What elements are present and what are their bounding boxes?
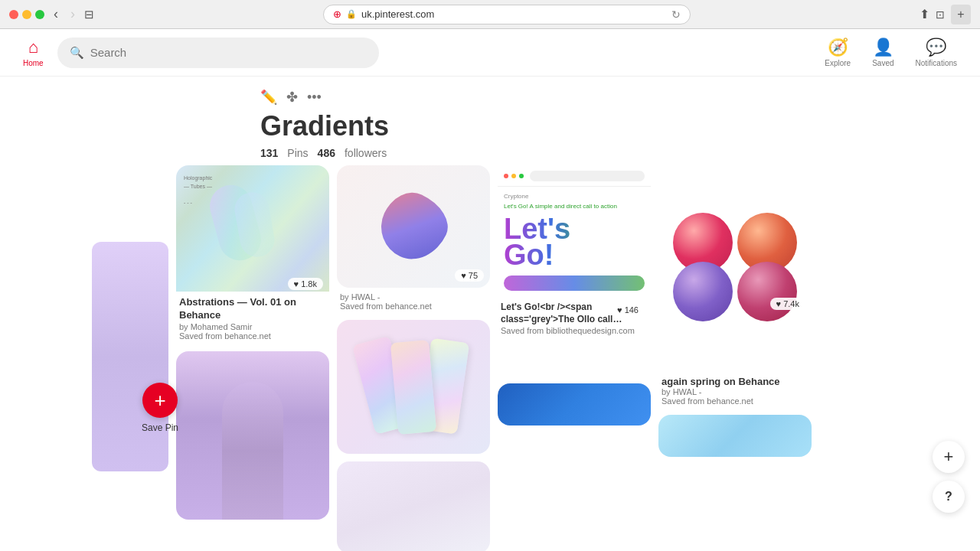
pins-label: Pins — [287, 147, 308, 159]
explore-label: Explore — [825, 59, 851, 67]
saved-label: Saved — [872, 59, 893, 67]
search-placeholder: Search — [90, 46, 127, 59]
pin-source-3: Saved from behance.net — [340, 302, 487, 311]
pin-save-count-5: ♥ 146 — [611, 304, 645, 316]
pin-save-count-orbs: ♥ 7.4k — [770, 298, 805, 310]
pin-card-blob[interactable]: ♥ 75 — [337, 165, 490, 288]
browser-chrome: ‹ › ⊟ ⊕ 🔒 uk.pinterest.com ↻ ⬆ ⊡ + — [0, 0, 980, 29]
nav-home[interactable]: ⌂ Home — [12, 33, 54, 72]
search-icon: 🔍 — [70, 46, 84, 60]
main-content: ✏️ ✤ ••• Gradients 131 Pins 486 follower… — [0, 77, 980, 551]
organize-button[interactable]: ✤ — [286, 89, 298, 106]
share-button[interactable]: ⬆ — [920, 7, 929, 21]
pin-source-orbs: Saved from behance.net — [662, 396, 808, 406]
address-bar[interactable]: ⊕ 🔒 uk.pinterest.com ↻ — [323, 5, 691, 24]
pin-column-2: ♥ 75 by HWAL - Saved from behance.net — [337, 165, 490, 551]
pin-by-3: by HWAL - — [340, 292, 487, 302]
board-title: Gradients — [260, 110, 980, 142]
lock-icon: 🔒 — [346, 9, 357, 19]
pin-by-orbs: by HWAL - — [662, 387, 808, 396]
pin-grid: Holographic— Tubes —- - - ♥ 1.8k Abstrat… — [0, 165, 980, 551]
notifications-icon: 💬 — [926, 37, 946, 57]
forward-button[interactable]: › — [67, 6, 78, 22]
pin-column-0 — [92, 165, 168, 551]
home-icon: ⌂ — [28, 37, 38, 57]
pin-source-5: Saved from bibliothequedesign.com — [501, 326, 648, 335]
pinterest-navbar: ⌂ Home 🔍 Search 🧭 Explore 👤 Saved 💬 Noti… — [0, 29, 980, 77]
pin-column-3: Cryptone Let's Go! A simple and direct c… — [498, 165, 651, 551]
pin-source-1: Saved from behance.net — [179, 331, 326, 341]
pin-by-1: by Mohamed Samir — [179, 322, 326, 331]
pin-card-letsgo[interactable]: Cryptone Let's Go! A simple and direct c… — [498, 165, 651, 376]
close-button[interactable] — [9, 10, 18, 19]
pin-card-left-top[interactable] — [92, 242, 168, 471]
board-meta: 131 Pins 486 followers — [260, 147, 980, 159]
pin-save-count-1: ♥ 1.8k — [288, 278, 323, 290]
pinterest-favicon: ⊕ — [333, 8, 341, 20]
pin-column-1: Holographic— Tubes —- - - ♥ 1.8k Abstrat… — [176, 165, 329, 551]
pins-count: 131 — [260, 147, 278, 159]
more-options-button[interactable]: ••• — [307, 89, 322, 106]
pin-title-orbs: again spring on Behance — [662, 376, 808, 387]
floating-action-buttons: + ? — [933, 441, 965, 513]
explore-icon: 🧭 — [828, 37, 848, 57]
nav-notifications[interactable]: 💬 Notifications — [905, 33, 968, 72]
nav-saved[interactable]: 👤 Saved — [861, 33, 904, 72]
floating-plus-button[interactable]: + — [933, 441, 965, 473]
edit-board-button[interactable]: ✏️ — [260, 89, 277, 106]
back-button[interactable]: ‹ — [51, 6, 61, 22]
minimize-button[interactable] — [22, 10, 31, 19]
pin-save-count-3: ♥ 75 — [455, 269, 484, 282]
new-tab-button[interactable]: + — [951, 5, 971, 24]
pin-card-orbs[interactable]: ♥ 7.4k — [658, 165, 812, 368]
pin-card-fashion[interactable] — [176, 351, 329, 520]
notifications-label: Notifications — [916, 59, 957, 67]
pin-card-grad-bottom[interactable] — [658, 415, 812, 457]
url-text: uk.pinterest.com — [361, 8, 434, 20]
pin-card-abstract-bottom[interactable] — [337, 461, 490, 551]
pin-card-holo[interactable] — [337, 320, 490, 454]
pin-card-abstractions[interactable]: Holographic— Tubes —- - - ♥ 1.8k Abstrat… — [176, 165, 329, 344]
search-bar[interactable]: 🔍 Search — [57, 37, 379, 68]
saved-icon: 👤 — [873, 37, 893, 57]
reload-icon[interactable]: ↻ — [671, 8, 681, 21]
board-header: ✏️ ✤ ••• Gradients 131 Pins 486 follower… — [0, 77, 980, 165]
home-label: Home — [23, 59, 44, 67]
window-controls — [9, 10, 44, 19]
maximize-button[interactable] — [35, 10, 44, 19]
pin-card-blue-grad[interactable] — [498, 383, 651, 425]
floating-help-button[interactable]: ? — [933, 481, 965, 513]
followers-count: 486 — [318, 147, 335, 159]
nav-explore[interactable]: 🧭 Explore — [814, 33, 861, 72]
save-pin-container: + Save Pin — [142, 383, 178, 433]
reader-view-button[interactable]: ⊡ — [936, 8, 945, 21]
save-pin-button[interactable]: + — [142, 383, 178, 418]
followers-label: followers — [345, 147, 387, 159]
save-pin-label: Save Pin — [142, 422, 178, 433]
board-actions: ✏️ ✤ ••• — [260, 89, 980, 106]
sidebar-toggle[interactable]: ⊟ — [84, 8, 94, 21]
pin-column-4: ♥ 7.4k again spring on Behance by HWAL -… — [658, 165, 812, 551]
pin-title-1: Abstrations — Vol. 01 on Behance — [179, 296, 326, 322]
